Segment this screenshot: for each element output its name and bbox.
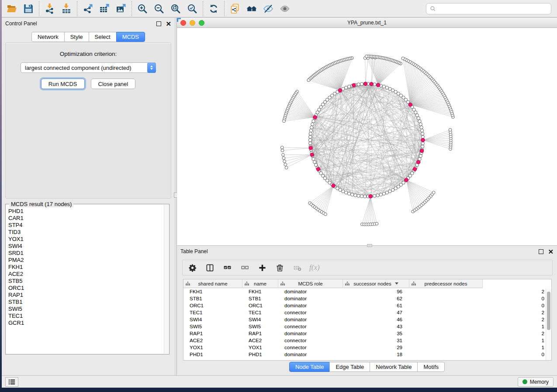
column-header-shared-name[interactable]: shared name: [183, 279, 242, 288]
table-row[interactable]: RAP1RAP1dominator352: [183, 330, 551, 337]
import-table-icon: [61, 3, 72, 14]
select-all-rows-button[interactable]: [222, 262, 232, 273]
table-cell: dominator: [278, 331, 343, 336]
result-item[interactable]: TEC1: [8, 313, 164, 320]
run-mcds-button[interactable]: Run MCDS: [41, 79, 85, 89]
table-cell: dominator: [278, 352, 343, 357]
tab-select[interactable]: Select: [89, 32, 117, 42]
table-row[interactable]: FKH1FKH1dominator962: [183, 288, 551, 295]
result-item[interactable]: ORC1: [8, 285, 164, 292]
result-item[interactable]: SRD1: [8, 250, 164, 257]
table-row[interactable]: SWI4SWI4dominator462: [183, 316, 551, 323]
table-row[interactable]: TEC1TEC1connector472: [183, 309, 551, 316]
criterion-dropdown[interactable]: largest connected component (undirected): [21, 62, 156, 73]
tab-style[interactable]: Style: [64, 32, 89, 42]
export-image-button[interactable]: [113, 2, 129, 16]
add-column-button[interactable]: [257, 262, 267, 273]
result-scrollbar[interactable]: [164, 205, 169, 354]
table-row[interactable]: YOX1YOX1connector291: [183, 344, 551, 351]
export-network-icon: [83, 3, 93, 14]
table-cell: 18: [343, 352, 409, 357]
tab-network-table[interactable]: Network Table: [370, 362, 418, 372]
import-table-button[interactable]: [58, 2, 75, 16]
result-item[interactable]: STB1: [8, 299, 164, 306]
memory-label: Memory: [530, 379, 549, 385]
tab-node-table[interactable]: Node Table: [289, 362, 330, 372]
result-item[interactable]: YOX1: [8, 236, 164, 243]
close-panel-button[interactable]: Close panel: [91, 79, 136, 89]
first-neighbors-button[interactable]: [243, 2, 260, 16]
network-canvas[interactable]: [177, 28, 557, 245]
table-cell: 1: [409, 345, 551, 350]
table-cell: 62: [343, 296, 409, 301]
zoom-fit-button[interactable]: [167, 2, 184, 16]
column-header-MCDS-role[interactable]: MCDS role: [278, 279, 343, 288]
result-item[interactable]: GCR1: [8, 320, 164, 327]
result-item[interactable]: ACE2: [8, 271, 164, 278]
command-panel-button[interactable]: [5, 377, 18, 387]
result-item[interactable]: STB5: [8, 278, 164, 285]
export-table-button[interactable]: [96, 2, 113, 16]
close-table-panel-icon[interactable]: ✕: [548, 249, 554, 254]
table-cell: YOX1: [242, 345, 278, 350]
table-scrollbar[interactable]: [546, 289, 551, 360]
sort-desc-icon: [395, 282, 398, 285]
save-session-button[interactable]: [20, 2, 37, 16]
tab-edge-table[interactable]: Edge Table: [329, 362, 370, 372]
refresh-button[interactable]: [205, 2, 222, 16]
mcds-hub-node: [316, 167, 320, 171]
toolbar-separator: [203, 1, 203, 16]
export-network-button[interactable]: [80, 2, 96, 16]
table-cell: ACE2: [183, 338, 242, 343]
close-panel-icon[interactable]: ✕: [166, 21, 171, 26]
open-file-button[interactable]: [3, 2, 20, 16]
column-label: name: [254, 281, 266, 286]
mcds-hub-node: [377, 83, 381, 87]
float-table-panel-icon[interactable]: [539, 249, 543, 254]
result-item[interactable]: SWI4: [8, 243, 164, 250]
result-item[interactable]: SWI5: [8, 306, 164, 313]
zoom-selected-button[interactable]: [184, 2, 201, 16]
column-visibility-button[interactable]: [204, 262, 215, 273]
table-row[interactable]: SWI5SWI5connector431: [183, 323, 551, 330]
deselect-all-rows-button[interactable]: [239, 262, 250, 273]
column-header-successor-nodes[interactable]: successor nodes: [343, 279, 409, 288]
zoom-in-button[interactable]: [134, 2, 151, 16]
show-all-button[interactable]: [277, 2, 293, 16]
network-canvas-wrap[interactable]: [177, 28, 557, 245]
table-row[interactable]: STB1STB1dominator620: [183, 295, 551, 302]
mcds-hub-node: [332, 184, 336, 188]
tab-motifs[interactable]: Motifs: [417, 362, 445, 372]
column-header-predecessor-nodes[interactable]: predecessor nodes: [409, 279, 483, 288]
result-item[interactable]: STP4: [8, 222, 164, 229]
tab-mcds[interactable]: MCDS: [116, 32, 145, 42]
table-row[interactable]: PHD1PHD1dominator180: [183, 351, 551, 358]
horizontal-splitter-handle[interactable]: [367, 244, 372, 247]
import-network-button[interactable]: [42, 2, 58, 16]
result-item[interactable]: PHD1: [8, 208, 164, 215]
memory-button[interactable]: Memory: [518, 377, 554, 387]
table-cell: 2: [409, 331, 551, 336]
hide-selected-button[interactable]: [260, 2, 277, 16]
result-item[interactable]: RAP1: [8, 292, 164, 299]
tab-network[interactable]: Network: [31, 32, 65, 42]
search-box[interactable]: [426, 3, 551, 14]
search-input[interactable]: [439, 6, 547, 12]
column-header-name[interactable]: name: [242, 279, 278, 288]
table-settings-button[interactable]: [187, 262, 197, 273]
table-cell: SWI5: [242, 324, 278, 329]
copy-network-button[interactable]: [227, 2, 243, 16]
delete-column-button[interactable]: [274, 262, 285, 273]
network-titlebar[interactable]: YPA_prune.txt_1: [177, 18, 557, 28]
mcds-result-list[interactable]: PHD1CAR1STP4TID3YOX1SWI4SRD1PMA2FKH1ACE2…: [8, 208, 164, 353]
export-table-icon: [99, 3, 110, 14]
zoom-out-button[interactable]: [151, 2, 167, 16]
table-scrollbar-thumb[interactable]: [547, 292, 550, 330]
float-panel-icon[interactable]: [156, 21, 161, 26]
result-item[interactable]: CAR1: [8, 215, 164, 222]
result-item[interactable]: FKH1: [8, 264, 164, 271]
table-row[interactable]: ACE2ACE2connector311: [183, 337, 551, 344]
result-item[interactable]: PMA2: [8, 257, 164, 264]
result-item[interactable]: TID3: [8, 229, 164, 236]
table-row[interactable]: ORC1ORC1dominator610: [183, 302, 551, 309]
